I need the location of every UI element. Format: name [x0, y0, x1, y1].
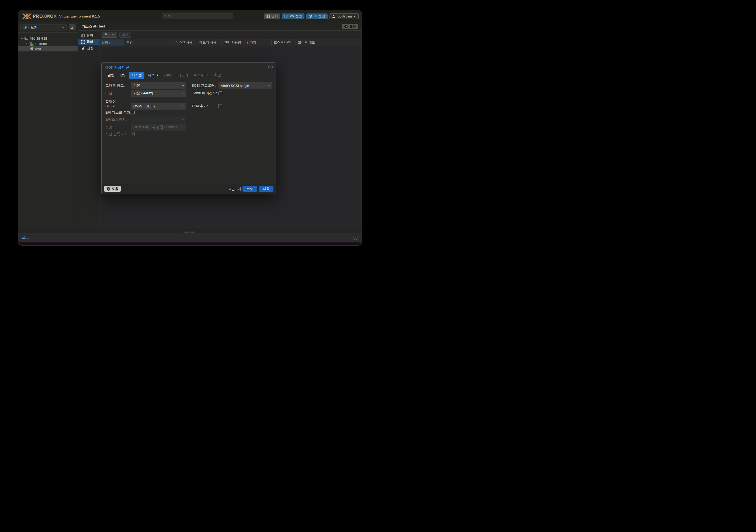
tree-item-pool-test[interactable]: test [18, 46, 78, 51]
tree-item-label: proxmox [33, 42, 47, 46]
tree-item-datacenter[interactable]: 데이터센터 [18, 36, 78, 41]
node-icon [29, 42, 32, 45]
column-header-host-memory[interactable]: 호스트 메모... [296, 39, 320, 46]
subnav-item-summary[interactable]: 요약 [78, 33, 99, 39]
chevron-down-icon [112, 34, 115, 36]
machine-select[interactable]: 기본 (i440fx) [131, 90, 186, 97]
format-select: QEMU 이미지 유형 (qcow2) [131, 124, 186, 131]
tab-memory: 메모리 [175, 72, 191, 79]
table-header-row: 유형 설명 디스크 사용... 메모리 사용... CPU 사용량 업타임 호스… [99, 39, 362, 46]
chevron-down-icon [354, 15, 356, 17]
proxmox-logo-icon [21, 13, 32, 19]
remove-button[interactable]: 제거 [119, 32, 131, 38]
search-input[interactable] [162, 13, 233, 19]
tag-icon [30, 47, 34, 51]
column-header-description[interactable]: 설명 [124, 39, 173, 46]
create-ct-button[interactable]: CT 생성 [306, 13, 328, 19]
efi-storage-label: EFI 스토리지: [105, 116, 127, 123]
qemu-agent-checkbox[interactable] [219, 91, 222, 95]
chevron-down-icon [182, 126, 184, 128]
advanced-label: 고급 [228, 187, 235, 191]
datacenter-icon [24, 37, 28, 40]
tab-general[interactable]: 일반 [105, 72, 117, 79]
efi-disk-checkbox[interactable] [131, 111, 135, 114]
subnav-item-permissions[interactable]: 권한 [78, 45, 99, 51]
view-mode-select[interactable]: 서버 보기 [20, 24, 67, 30]
create-vm-button[interactable]: VM 생성 [282, 13, 304, 19]
sidebar: 서버 보기 [18, 22, 78, 229]
efi-storage-select [131, 116, 186, 123]
subnav-item-members[interactable]: 멤버 [78, 39, 99, 45]
logo-wordmark: PROXMOX [33, 14, 57, 19]
tab-system[interactable]: 시스템 [129, 72, 145, 79]
advanced-checkbox[interactable] [237, 187, 241, 191]
page-title: 리소스 풀: test [82, 24, 105, 29]
tpm-label: TPM 추가: [192, 103, 208, 110]
question-circle-icon [107, 187, 110, 190]
scsi-controller-select[interactable]: VirtIO SCSI single [219, 82, 272, 89]
close-icon[interactable] [268, 65, 273, 69]
tab-network: 네트워크 [192, 72, 210, 79]
column-header-host-cpu[interactable]: 호스트 CPU... [272, 39, 296, 46]
proxmox-logo: PROXMOX [21, 13, 57, 19]
add-button[interactable]: 추가 [101, 32, 117, 38]
bios-label: BIOS: [105, 103, 115, 110]
column-header-disk-usage[interactable]: 디스크 사용... [173, 39, 197, 46]
next-button[interactable]: 다음 [259, 186, 274, 192]
content-header: 리소스 풀: test 도움 [78, 22, 362, 31]
chevron-down-icon [181, 119, 184, 120]
system-tab-form: 그래픽 카드: 기본 SCSI 컨트롤러: VirtIO SCSI single… [101, 79, 276, 184]
help-button[interactable]: 도움 [342, 24, 358, 29]
pre-enrolled-keys-checkbox [131, 132, 135, 136]
resource-tree: 데이터센터 proxmox test [18, 33, 78, 51]
column-header-memory-usage[interactable]: 메모리 사용... [197, 39, 222, 46]
header-actions: 문서 VM 생성 CT 생성 [264, 13, 359, 19]
chevron-up-circle-icon[interactable] [353, 235, 358, 240]
machine-label: 머신: [105, 90, 113, 97]
product-version: Virtual Environment 9.1.5 [59, 14, 100, 18]
online-check-badge-icon [31, 44, 33, 46]
caret-down-icon[interactable] [20, 38, 23, 39]
column-header-type[interactable]: 유형 [99, 39, 124, 46]
dialog-footer: 도움 고급 뒤로 다음 [101, 184, 276, 194]
tab-cpu: CPU [162, 72, 174, 78]
sidebar-header: 서버 보기 [18, 22, 78, 33]
top-bar: PROXMOX Virtual Environment 9.1.5 문서 V [18, 10, 362, 22]
create-vm-dialog: 생성: 가상 머신 일반 OS 시스템 디스크 CPU 메모리 네트워크 확인 … [101, 63, 276, 194]
tree-item-label: 데이터센터 [30, 36, 47, 41]
monitor-icon [284, 15, 288, 18]
cube-icon [309, 14, 312, 18]
grid-toolbar: 추가 제거 [99, 31, 362, 39]
dialog-title: 생성: 가상 머신 [105, 65, 129, 70]
subnav: 요약 멤버 권한 [78, 31, 99, 229]
documentation-button[interactable]: 문서 [264, 13, 280, 19]
chevron-down-icon [182, 92, 184, 94]
tab-disks[interactable]: 디스크 [146, 72, 161, 79]
dialog-help-button[interactable]: 도움 [104, 186, 121, 192]
book-icon [266, 14, 270, 18]
pre-enrolled-keys-label: 사전 등록 키: [105, 131, 126, 138]
book-icon [81, 34, 85, 38]
user-icon [332, 15, 335, 18]
sort-asc-icon [109, 41, 110, 44]
graphics-card-select[interactable]: 기본 [131, 82, 186, 89]
tpm-checkbox[interactable] [219, 104, 222, 108]
scsi-controller-label: SCSI 컨트롤러: [192, 82, 216, 89]
chevron-down-icon [182, 85, 184, 87]
caret-right-icon[interactable] [25, 43, 27, 45]
column-header-cpu-usage[interactable]: CPU 사용량 [222, 39, 244, 46]
user-menu-button[interactable]: root@pam [330, 13, 359, 19]
qemu-agent-label: Qemu 에이전트: [192, 90, 217, 97]
back-button[interactable]: 뒤로 [242, 186, 257, 192]
format-label: 포맷: [105, 124, 113, 131]
tree-item-label: test [35, 47, 41, 51]
sidebar-settings-button[interactable] [69, 24, 75, 30]
efi-disk-label: EFI 디스크 추가: [105, 109, 131, 116]
column-header-filler [320, 39, 362, 46]
tab-os[interactable]: OS [118, 72, 128, 78]
desktop-background: PROXMOX Virtual Environment 9.1.5 문서 V [0, 0, 378, 266]
tree-item-node-proxmox[interactable]: proxmox [18, 41, 78, 46]
bios-select[interactable]: OVMF (UEFI) [131, 103, 186, 110]
log-link[interactable]: 로그 [22, 235, 29, 240]
column-header-uptime[interactable]: 업타임 [244, 39, 272, 46]
